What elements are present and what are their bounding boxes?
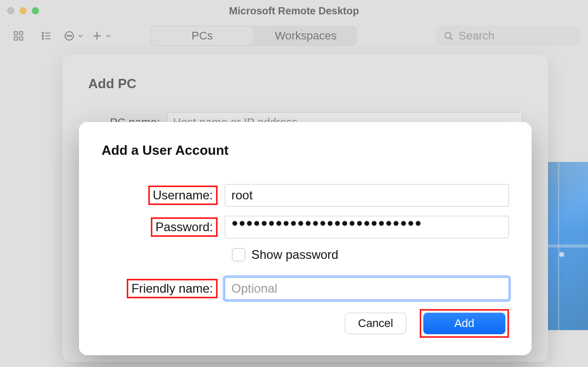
svg-point-13 bbox=[71, 35, 72, 36]
svg-line-17 bbox=[450, 38, 453, 40]
list-view-button[interactable] bbox=[36, 27, 56, 45]
titlebar: Microsoft Remote Desktop bbox=[0, 0, 588, 22]
password-field[interactable]: ●●●●●●●●●●●●●●●●●●●●●●●●●● bbox=[225, 216, 509, 238]
search-input[interactable]: Search bbox=[436, 26, 580, 46]
tab-pcs-label: PCs bbox=[191, 29, 213, 43]
dialog-title: Add a User Account bbox=[102, 142, 509, 158]
search-icon bbox=[443, 31, 454, 41]
toolbar: PCs Workspaces Search bbox=[0, 22, 588, 50]
cancel-button[interactable]: Cancel bbox=[345, 313, 406, 334]
svg-point-12 bbox=[69, 35, 70, 36]
add-menu-button[interactable] bbox=[91, 30, 112, 42]
window-title: Microsoft Remote Desktop bbox=[0, 5, 588, 17]
chevron-down-icon bbox=[105, 32, 112, 39]
svg-point-8 bbox=[42, 38, 44, 39]
svg-point-16 bbox=[445, 32, 451, 38]
svg-rect-0 bbox=[14, 32, 17, 35]
cancel-button-label: Cancel bbox=[358, 317, 393, 330]
svg-rect-3 bbox=[19, 37, 23, 40]
svg-rect-1 bbox=[19, 32, 23, 35]
tab-workspaces-label: Workspaces bbox=[275, 29, 337, 43]
more-menu-button[interactable] bbox=[64, 30, 84, 42]
chevron-down-icon bbox=[77, 32, 84, 39]
add-button-highlight: Add bbox=[420, 309, 509, 338]
username-field[interactable] bbox=[225, 184, 509, 207]
add-pc-title: Add PC bbox=[88, 76, 522, 92]
grid-view-button[interactable] bbox=[8, 27, 29, 45]
tab-workspaces[interactable]: Workspaces bbox=[254, 26, 357, 46]
view-segmented-control: PCs Workspaces bbox=[150, 26, 357, 46]
show-password-label: Show password bbox=[251, 248, 338, 262]
add-button-label: Add bbox=[454, 317, 474, 330]
add-user-account-dialog: Add a User Account Username: Password: ●… bbox=[79, 122, 532, 355]
tab-pcs[interactable]: PCs bbox=[151, 27, 253, 45]
username-label: Username: bbox=[148, 186, 218, 205]
friendly-name-label: Friendly name: bbox=[127, 279, 218, 298]
svg-point-4 bbox=[42, 32, 44, 34]
svg-point-11 bbox=[67, 35, 68, 36]
add-button[interactable]: Add bbox=[423, 313, 505, 334]
show-password-checkbox[interactable] bbox=[232, 248, 245, 261]
svg-point-6 bbox=[42, 35, 44, 37]
search-placeholder: Search bbox=[459, 29, 495, 43]
friendly-name-field[interactable] bbox=[225, 277, 509, 300]
svg-rect-2 bbox=[14, 37, 17, 40]
password-label: Password: bbox=[151, 217, 218, 237]
